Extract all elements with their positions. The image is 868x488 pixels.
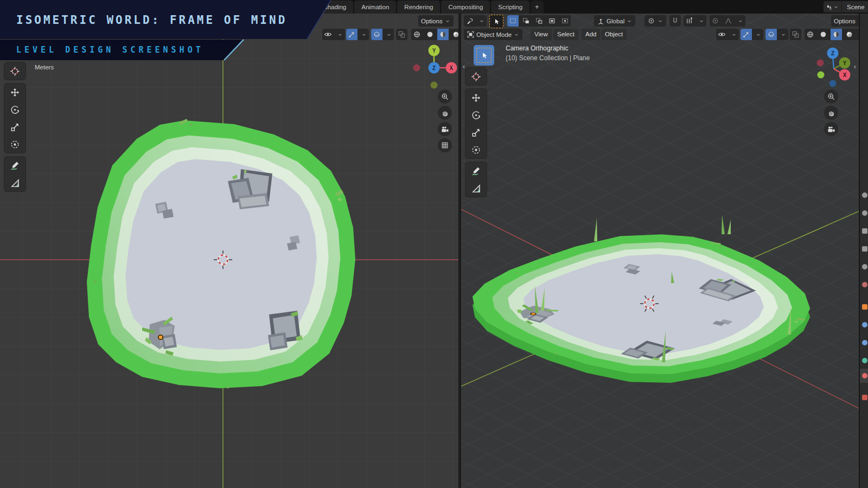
shading-rendered-button[interactable] <box>450 29 458 40</box>
overlays-toggle-right[interactable] <box>765 29 788 40</box>
add-workspace-button[interactable]: + <box>531 1 544 14</box>
select-mode-intersect[interactable] <box>559 15 571 27</box>
menu-object[interactable]: Object <box>601 29 627 40</box>
shading-material-button[interactable] <box>437 29 449 40</box>
wireframe-icon <box>806 30 814 38</box>
overlays-toggle-left[interactable] <box>371 29 394 40</box>
tab-particles-icon[interactable] <box>862 340 867 345</box>
active-tool-button[interactable] <box>489 15 503 28</box>
snap-toggle[interactable] <box>669 15 681 27</box>
move-tool-button[interactable] <box>465 89 487 106</box>
transform-tool-button[interactable] <box>4 136 25 153</box>
shading-solid-button[interactable] <box>424 29 436 40</box>
camera-view-button-right[interactable] <box>824 122 838 136</box>
xray-toggle-right[interactable] <box>790 29 801 40</box>
tab-tool-icon[interactable] <box>862 192 867 198</box>
sidebar-toggle-left[interactable]: ‹ <box>452 63 454 70</box>
snap-settings-dropdown[interactable] <box>684 15 706 27</box>
navigation-gizmo-right[interactable]: Z Y X <box>809 44 858 93</box>
select-mode-set[interactable] <box>507 15 519 27</box>
tab-modifiers-icon[interactable] <box>862 322 867 328</box>
pan-view-button-right[interactable] <box>824 106 838 120</box>
tab-texture-icon[interactable] <box>862 395 867 400</box>
select-mode-extend[interactable] <box>520 15 532 27</box>
tab-viewlayer-icon[interactable] <box>862 246 867 252</box>
mode-dropdown[interactable]: Object Mode <box>464 29 522 40</box>
shading-material-button[interactable] <box>831 29 842 40</box>
viewport-top-ortho[interactable]: Options Meters <box>0 14 458 488</box>
island-top-view[interactable] <box>87 119 355 389</box>
cursor-tool-button[interactable] <box>465 68 487 85</box>
xray-toggle-left[interactable] <box>396 29 407 40</box>
rendered-icon <box>845 30 853 38</box>
gizmos-toggle-left[interactable] <box>346 29 369 40</box>
viewport-canvas-left[interactable] <box>0 14 458 488</box>
tab-output-icon[interactable] <box>862 228 867 234</box>
annotate-tool-button[interactable] <box>4 157 25 174</box>
cursor-tool-button[interactable] <box>4 62 25 80</box>
select-mode-subtract[interactable] <box>533 15 545 27</box>
chevron-down-icon <box>737 18 744 24</box>
options-dropdown-right[interactable]: Options <box>831 15 859 27</box>
scene-selector[interactable]: Scene <box>824 1 868 12</box>
tab-compositing[interactable]: Compositing <box>441 1 490 14</box>
show-gizmo-toggle-left[interactable] <box>322 29 345 40</box>
tool-settings-toggle[interactable] <box>464 15 487 27</box>
tab-rendering[interactable]: Rendering <box>397 1 440 14</box>
shading-wireframe-button[interactable] <box>805 29 816 40</box>
navigation-gizmo-left[interactable]: Y X Z <box>410 43 458 92</box>
shading-wireframe-button[interactable] <box>411 29 423 40</box>
properties-tab-strip[interactable] <box>859 14 868 488</box>
gizmo-neg-y-ball[interactable] <box>431 82 438 89</box>
scale-tool-button[interactable] <box>465 124 487 141</box>
camera-view-button-left[interactable] <box>438 122 452 136</box>
pivot-point-dropdown[interactable] <box>644 15 666 27</box>
transform-tool-button[interactable] <box>465 141 487 158</box>
tab-object-icon[interactable] <box>862 304 867 310</box>
svg-text:Y: Y <box>432 48 436 54</box>
gizmos-toggle-right[interactable] <box>741 29 763 40</box>
shading-solid-button[interactable] <box>818 29 829 40</box>
tab-scripting[interactable]: Scripting <box>491 1 529 14</box>
menu-select[interactable]: Select <box>553 29 578 40</box>
transform-orientation-dropdown[interactable]: Global <box>594 15 635 27</box>
annotate-tool-button[interactable] <box>465 162 487 179</box>
proportional-falloff[interactable] <box>723 15 734 27</box>
menu-add[interactable]: Add <box>582 29 600 40</box>
tab-render-icon[interactable] <box>862 210 867 216</box>
sidebar-toggle-right[interactable]: ‹ <box>854 63 856 70</box>
tab-world-icon[interactable] <box>862 282 867 287</box>
show-gizmo-toggle-right[interactable] <box>716 29 739 40</box>
move-tool-button[interactable] <box>4 84 25 101</box>
tab-physics-icon[interactable] <box>862 358 867 363</box>
measure-tool-button[interactable] <box>465 179 487 197</box>
material-preview-icon <box>832 30 840 38</box>
gizmo-neg-x-ball[interactable] <box>817 60 824 67</box>
region-toggle-chevron[interactable]: ‹ <box>463 63 465 70</box>
ortho-toggle-button-left[interactable] <box>438 138 452 152</box>
shading-rendered-button[interactable] <box>844 29 855 40</box>
shading-dropdown[interactable] <box>857 29 859 40</box>
zoom-view-button-left[interactable] <box>438 89 452 104</box>
tab-shading[interactable]: Shading <box>316 1 353 14</box>
viewport-canvas-right[interactable] <box>461 14 859 488</box>
orientation-icon <box>597 17 605 25</box>
gizmo-neg-z-ball[interactable] <box>829 80 837 87</box>
rotate-tool-button[interactable] <box>4 101 25 118</box>
gizmo-neg-x-ball[interactable] <box>413 65 420 72</box>
zoom-view-button-right[interactable] <box>824 89 838 104</box>
tab-scene-icon[interactable] <box>862 264 867 269</box>
viewport-camera-ortho[interactable]: Global Options Object Mode Vi <box>461 14 859 488</box>
menu-view[interactable]: View <box>531 29 552 40</box>
options-dropdown-left[interactable]: Options <box>418 15 454 27</box>
active-tool-indicator[interactable] <box>474 45 494 66</box>
scale-tool-button[interactable] <box>4 118 25 136</box>
pan-view-button-left[interactable] <box>438 106 452 120</box>
rotate-tool-button[interactable] <box>465 106 487 124</box>
tab-animation[interactable]: Animation <box>354 1 396 14</box>
measure-tool-button[interactable] <box>4 174 25 191</box>
select-mode-invert[interactable] <box>546 15 558 27</box>
gizmo-neg-y-ball[interactable] <box>818 72 825 79</box>
tab-material-icon[interactable] <box>862 373 867 378</box>
proportional-edit-toggle[interactable] <box>710 15 721 27</box>
